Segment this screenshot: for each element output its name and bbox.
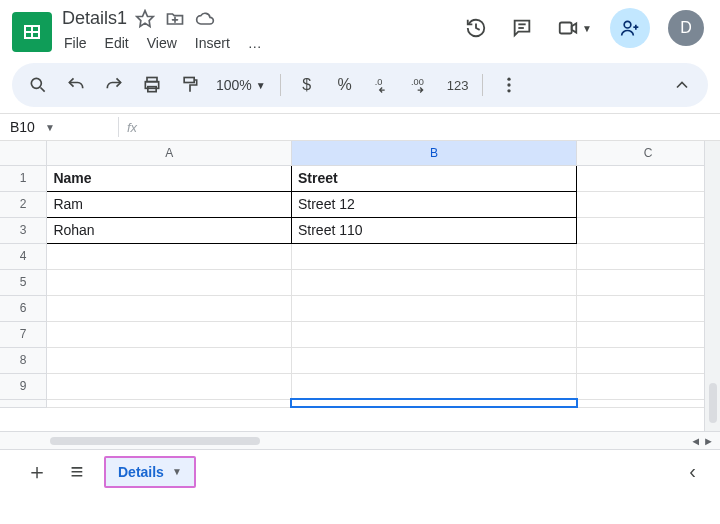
row-header[interactable]: 9 <box>0 373 47 399</box>
col-header-A[interactable]: A <box>47 141 292 165</box>
row-header[interactable]: 5 <box>0 269 47 295</box>
cell-A8[interactable] <box>47 347 292 373</box>
row-header[interactable]: 3 <box>0 217 47 243</box>
svg-point-21 <box>508 83 511 86</box>
svg-rect-17 <box>184 78 194 83</box>
print-icon[interactable] <box>140 73 164 97</box>
col-header-C[interactable]: C <box>577 141 704 165</box>
explore-icon[interactable]: ‹ <box>689 460 696 483</box>
formula-bar: B10 ▼ fx <box>0 113 720 141</box>
vertical-scrollbar[interactable] <box>704 141 720 431</box>
svg-point-12 <box>31 78 41 88</box>
menu-view[interactable]: View <box>145 33 179 53</box>
row-header[interactable]: 4 <box>0 243 47 269</box>
cell-C9[interactable] <box>577 373 704 399</box>
paint-format-icon[interactable] <box>178 73 202 97</box>
share-button[interactable] <box>610 8 650 48</box>
cell-A5[interactable] <box>47 269 292 295</box>
svg-rect-7 <box>560 23 572 34</box>
cell-C6[interactable] <box>577 295 704 321</box>
row-header[interactable]: 8 <box>0 347 47 373</box>
sheets-logo-icon[interactable] <box>12 12 52 52</box>
cell-B2[interactable]: Street 12 <box>291 191 576 217</box>
cell-A3[interactable]: Rohan <box>47 217 292 243</box>
separator <box>118 117 119 137</box>
cell-B1[interactable]: Street <box>291 165 576 191</box>
cell-A10[interactable] <box>47 399 292 407</box>
svg-marker-4 <box>137 10 154 26</box>
star-icon[interactable] <box>135 9 155 29</box>
add-sheet-icon[interactable]: ＋ <box>24 459 50 485</box>
percent-button[interactable]: % <box>333 73 357 97</box>
cell-C2[interactable] <box>577 191 704 217</box>
horizontal-scrollbar[interactable] <box>46 435 690 447</box>
cell-B4[interactable] <box>291 243 576 269</box>
cell-B6[interactable] <box>291 295 576 321</box>
cell-A9[interactable] <box>47 373 292 399</box>
menu-edit[interactable]: Edit <box>103 33 131 53</box>
cell-C7[interactable] <box>577 321 704 347</box>
scroll-left-icon[interactable]: ◄ <box>690 435 701 447</box>
name-box[interactable]: B10 ▼ <box>10 119 110 135</box>
comments-icon[interactable] <box>508 14 536 42</box>
meet-button[interactable]: ▼ <box>554 14 592 42</box>
cell-C10[interactable] <box>577 399 704 407</box>
row-header[interactable]: 1 <box>0 165 47 191</box>
menu-more[interactable]: … <box>246 33 264 53</box>
scrollbar-thumb[interactable] <box>709 383 717 423</box>
scroll-right-icon[interactable]: ► <box>703 435 714 447</box>
row-header[interactable]: 2 <box>0 191 47 217</box>
decrease-decimal-button[interactable]: .0 <box>371 73 395 97</box>
cell-B7[interactable] <box>291 321 576 347</box>
col-header-B[interactable]: B <box>291 141 576 165</box>
cell-B5[interactable] <box>291 269 576 295</box>
video-icon <box>554 14 582 42</box>
cell-A2[interactable]: Ram <box>47 191 292 217</box>
sheet-tab-details[interactable]: Details ▼ <box>104 456 196 488</box>
cell-C1[interactable] <box>577 165 704 191</box>
svg-point-22 <box>508 89 511 92</box>
zoom-dropdown[interactable]: 100% ▼ <box>216 77 266 93</box>
cell-B8[interactable] <box>291 347 576 373</box>
menu-file[interactable]: File <box>62 33 89 53</box>
account-avatar[interactable]: D <box>668 10 704 46</box>
menu-bar: File Edit View Insert … <box>62 33 264 53</box>
sheet-area: A B C 1 Name Street 2 Ram Street 12 3 Ro… <box>0 141 720 431</box>
number-format-button[interactable]: 123 <box>447 73 469 97</box>
history-icon[interactable] <box>462 14 490 42</box>
row-header-10[interactable] <box>0 399 47 407</box>
redo-icon[interactable] <box>102 73 126 97</box>
all-sheets-icon[interactable]: ≡ <box>64 459 90 485</box>
sheet-tab-bar: ＋ ≡ Details ▼ ‹ <box>0 449 720 493</box>
title-block: Details1 File Edit View Insert … <box>62 8 264 53</box>
spreadsheet-grid[interactable]: A B C 1 Name Street 2 Ram Street 12 3 Ro… <box>0 141 704 408</box>
select-all-corner[interactable] <box>0 141 47 165</box>
currency-button[interactable]: $ <box>295 73 319 97</box>
collapse-toolbar-icon[interactable] <box>670 73 694 97</box>
increase-decimal-button[interactable]: .00 <box>409 73 433 97</box>
row-header[interactable]: 7 <box>0 321 47 347</box>
cell-B9[interactable] <box>291 373 576 399</box>
document-title[interactable]: Details1 <box>62 8 127 29</box>
cell-A4[interactable] <box>47 243 292 269</box>
cell-A6[interactable] <box>47 295 292 321</box>
chevron-down-icon: ▼ <box>45 122 55 133</box>
undo-icon[interactable] <box>64 73 88 97</box>
cell-B3[interactable]: Street 110 <box>291 217 576 243</box>
cloud-status-icon[interactable] <box>195 9 215 29</box>
cell-C3[interactable] <box>577 217 704 243</box>
more-tools-icon[interactable] <box>497 73 521 97</box>
header: Details1 File Edit View Insert … <box>0 0 720 53</box>
cell-C8[interactable] <box>577 347 704 373</box>
row-header[interactable]: 6 <box>0 295 47 321</box>
cell-A7[interactable] <box>47 321 292 347</box>
move-icon[interactable] <box>165 9 185 29</box>
cell-B10[interactable] <box>291 399 576 407</box>
cell-C5[interactable] <box>577 269 704 295</box>
scrollbar-thumb[interactable] <box>50 437 260 445</box>
search-icon[interactable] <box>26 73 50 97</box>
cell-C4[interactable] <box>577 243 704 269</box>
cell-A1[interactable]: Name <box>47 165 292 191</box>
menu-insert[interactable]: Insert <box>193 33 232 53</box>
svg-point-20 <box>508 78 511 81</box>
